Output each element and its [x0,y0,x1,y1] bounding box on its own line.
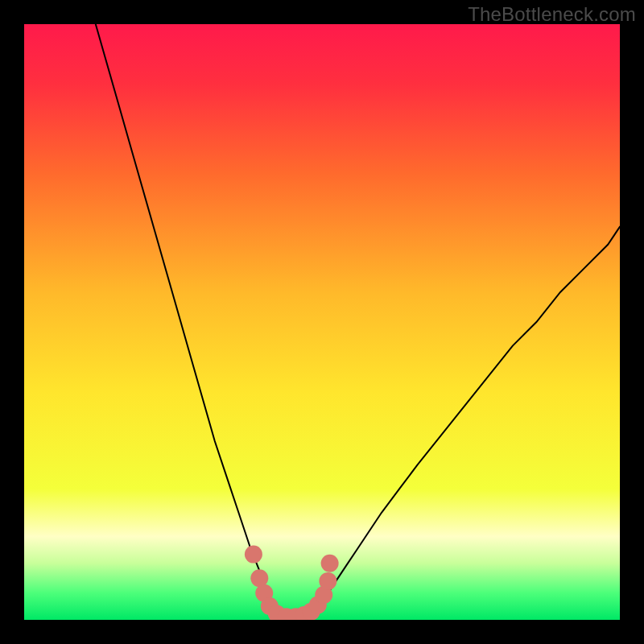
watermark-text: TheBottleneck.com [468,3,636,26]
valley-marker [245,546,262,564]
gradient-background [24,24,620,620]
chart-plot [24,24,620,620]
chart-frame [24,24,620,620]
valley-marker [321,555,339,572]
valley-marker [319,572,336,590]
